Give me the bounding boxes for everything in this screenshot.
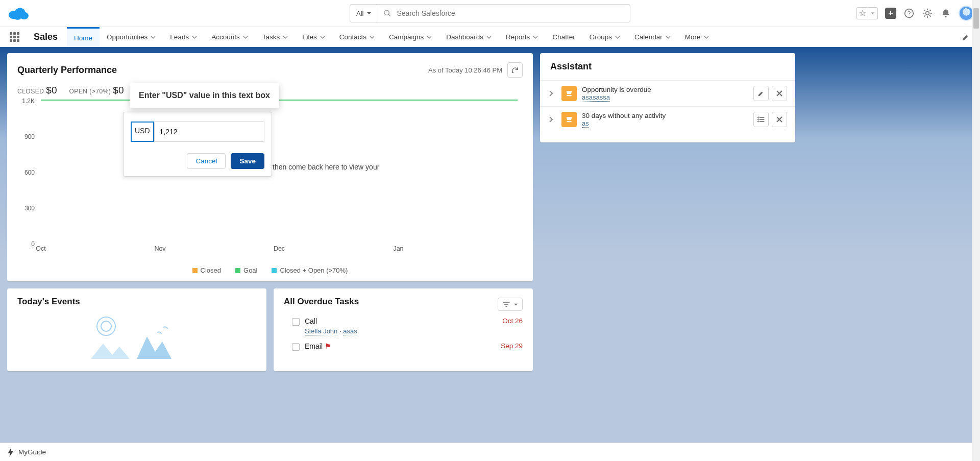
assistant-link[interactable]: as [582,119,589,128]
global-create-button[interactable]: + [885,8,896,19]
nav-accounts[interactable]: Accounts [204,27,255,47]
opportunity-icon [561,112,577,127]
app-name: Sales [24,27,67,47]
notifications-button[interactable] [940,8,951,19]
task-title[interactable]: Email ⚑ [305,342,496,350]
checklist-icon [757,116,765,123]
nav-label: Dashboards [446,33,483,41]
nav-label: Leads [170,33,189,41]
legend-item: Closed [192,266,221,274]
filter-list-icon [502,301,510,308]
nav-tasks[interactable]: Tasks [255,27,296,47]
svg-line-14 [929,15,931,16]
nav-contacts[interactable]: Contacts [332,27,382,47]
events-illustration [17,312,256,363]
app-launcher-button[interactable] [4,27,24,47]
nav-opportunities[interactable]: Opportunities [100,27,163,47]
todays-events-card: Today's Events [7,288,266,371]
assistant-action-button[interactable] [753,112,769,127]
assistant-action-button[interactable] [753,86,769,101]
chevron-right-icon[interactable] [548,90,556,97]
nav-label: Opportunities [107,33,148,41]
setup-button[interactable] [922,8,933,19]
assistant-item: 30 days without any activityas [540,106,795,132]
nav-groups[interactable]: Groups [582,27,627,47]
nav-chatter[interactable]: Chatter [545,27,582,47]
svg-line-15 [924,15,925,16]
search-input[interactable] [397,9,625,17]
nav-label: Tasks [262,33,280,41]
x-tick: Oct [36,245,45,252]
search-scope-label: All [356,10,363,17]
nav-label: Groups [590,33,612,41]
guide-tooltip: Enter "USD" value in this text box [130,83,279,108]
task-date: Sep 29 [501,342,523,350]
pencil-icon [962,33,970,41]
y-tick: 1.2K [22,98,35,105]
assistant-dismiss-button[interactable] [772,112,787,127]
assistant-link[interactable]: asasassa [582,93,610,102]
vertical-scrollbar[interactable] [972,0,980,443]
closed-value: $0 [46,85,57,95]
nav-leads[interactable]: Leads [163,27,204,47]
nav-more[interactable]: More [678,27,716,47]
svg-line-5 [388,14,390,16]
task-checkbox[interactable] [292,343,300,351]
caret-down-icon [513,302,518,307]
nav-campaigns[interactable]: Campaigns [382,27,439,47]
nav-label: Calendar [634,33,663,41]
y-tick: 600 [24,169,35,176]
gear-icon [922,8,933,18]
chevron-down-icon [533,35,538,40]
qp-timestamp: As of Today 10:26:46 PM [428,66,502,74]
overdue-title: All Overdue Tasks [284,297,359,307]
chevron-right-icon[interactable] [548,116,556,123]
svg-point-18 [97,317,115,335]
question-icon: ? [904,8,914,18]
nav-files[interactable]: Files [295,27,332,47]
tasks-filter-button[interactable] [498,298,523,311]
chevron-down-icon [243,35,248,40]
search-scope-dropdown[interactable]: All [350,5,378,22]
refresh-button[interactable] [507,62,523,78]
cancel-button[interactable]: Cancel [187,153,226,169]
qp-title: Quarterly Performance [17,65,117,76]
chevron-down-icon [427,35,432,40]
svg-point-17 [945,16,946,17]
currency-label: USD [131,122,154,142]
svg-point-3 [13,13,21,20]
task-checkbox[interactable] [292,318,300,326]
opportunity-icon [561,86,577,101]
assistant-dismiss-button[interactable] [772,86,787,101]
events-title: Today's Events [17,297,256,307]
y-tick: 300 [24,205,35,212]
chevron-down-icon [666,35,671,40]
nav-dashboards[interactable]: Dashboards [439,27,499,47]
nav-reports[interactable]: Reports [499,27,545,47]
task-person-link[interactable]: Stella John [305,327,337,335]
nav-home[interactable]: Home [67,27,100,47]
task-related-link[interactable]: asas [343,327,357,335]
close-icon [776,116,782,123]
svg-text:?: ? [908,10,911,16]
nav-label: More [685,33,701,41]
legend-item: Closed + Open (>70%) [272,266,348,274]
assistant-card: Assistant Opportunity is overdueasasassa… [540,53,795,142]
caret-down-icon [366,11,372,16]
waffle-icon [10,32,19,42]
chevron-down-icon [615,35,620,40]
nav-calendar[interactable]: Calendar [627,27,678,47]
open-label: OPEN (>70%) [69,88,111,95]
goal-value-input[interactable] [154,122,264,142]
favorites-button[interactable] [856,7,878,19]
overdue-tasks-card: All Overdue Tasks CallStella John · asas… [274,288,533,371]
task-title[interactable]: Call [305,317,497,325]
help-button[interactable]: ? [903,8,915,19]
svg-line-13 [924,10,925,11]
open-value: $0 [113,85,124,95]
salesforce-logo[interactable] [6,5,43,21]
close-icon [776,90,782,96]
refresh-icon [511,66,519,74]
y-tick: 0 [31,240,35,248]
save-button[interactable]: Save [231,153,264,169]
